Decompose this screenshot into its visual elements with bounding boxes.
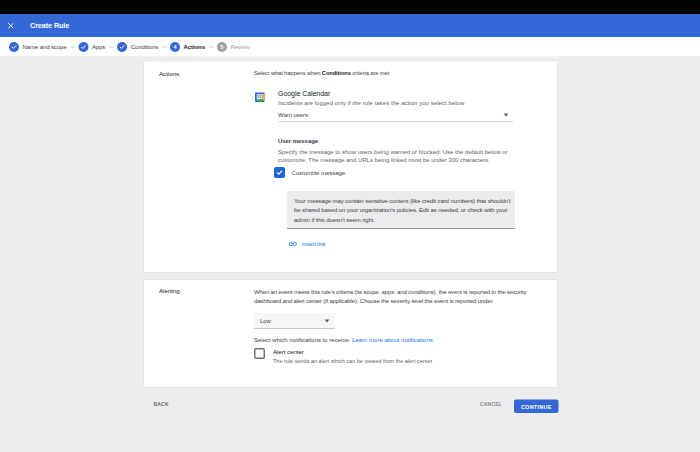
alerting-card: Alerting When an event meets this rule's…: [143, 279, 558, 388]
step-name-and-scope[interactable]: Name and scope: [9, 42, 66, 52]
alerting-description: When an event meets this rule's criteria…: [254, 288, 526, 306]
description-line: When an event meets this rule's criteria…: [254, 288, 526, 297]
severity-select[interactable]: Low: [254, 313, 335, 329]
step-label: Apps: [92, 43, 105, 50]
actions-card: Actions Select what happens when Conditi…: [143, 60, 558, 273]
cancel-button[interactable]: CANCEL: [480, 401, 502, 407]
step-label: Actions: [184, 43, 205, 50]
stage: Create Rule Name and scope Apps Conditio…: [0, 0, 700, 452]
alert-center-description: The rule sends an alert which can be vie…: [273, 358, 432, 364]
step-connector: [109, 46, 114, 47]
notifications-text: Select which notifications to receive.: [254, 336, 352, 343]
chevron-down-icon: [325, 320, 330, 323]
textarea-line: Your message may contain sensitive conte…: [294, 196, 508, 206]
severity-select-value: Low: [254, 313, 335, 328]
heading-bold-text: Conditions: [322, 70, 351, 76]
step-review[interactable]: 5 Review: [217, 42, 250, 52]
user-message-title: User message: [278, 137, 318, 144]
customize-message-label: Customize message: [292, 169, 346, 176]
window-top-strip: [0, 0, 700, 14]
app-description: Incidents are logged only if the rule ta…: [278, 99, 464, 106]
step-label: Review: [230, 43, 249, 50]
create-rule-dialog: Create Rule Name and scope Apps Conditio…: [0, 0, 700, 452]
chevron-down-icon: [504, 114, 509, 117]
step-check-icon: [78, 42, 88, 52]
continue-button[interactable]: CONTINUE: [514, 400, 559, 414]
description-line: Specify the message to show users being …: [278, 148, 507, 157]
customize-message-row: Customize message: [274, 167, 345, 178]
notifications-line: Select which notifications to receive. L…: [254, 336, 433, 343]
step-number-icon: 5: [217, 42, 227, 52]
step-number: 5: [220, 44, 223, 50]
step-connector: [70, 46, 75, 47]
step-label: Conditions: [131, 43, 158, 50]
action-select[interactable]: Warn users: [278, 109, 513, 122]
insert-link-button[interactable]: Insert link: [288, 239, 326, 249]
description-line: customize. The message and URLs being li…: [278, 156, 507, 165]
textarea-line: admin if this doesn't seem right.: [294, 215, 508, 225]
heading-text: criteria are met: [351, 70, 389, 76]
action-select-value: Warn users: [278, 111, 308, 118]
step-number: 4: [174, 44, 177, 50]
description-line: dashboard and alert center (if applicabl…: [254, 297, 526, 306]
step-apps[interactable]: Apps: [78, 42, 105, 52]
step-check-icon: [9, 42, 19, 52]
alert-center-row: Alert center The rule sends an alert whi…: [254, 348, 432, 364]
insert-link-label: Insert link: [302, 241, 326, 247]
actions-heading: Select what happens when Conditions crit…: [254, 70, 389, 76]
learn-more-link[interactable]: Learn more about notifications: [352, 336, 433, 343]
back-button[interactable]: BACK: [154, 401, 169, 407]
svg-text:31: 31: [257, 94, 262, 99]
step-label: Name and scope: [23, 43, 67, 50]
step-conditions[interactable]: Conditions: [117, 42, 158, 52]
close-icon[interactable]: [8, 14, 14, 37]
step-connector: [209, 46, 214, 47]
step-check-icon: [117, 42, 127, 52]
google-calendar-icon: 31: [255, 92, 266, 103]
user-message-textarea[interactable]: Your message may contain sensitive conte…: [287, 191, 515, 229]
alert-center-label: Alert center: [273, 348, 432, 355]
actions-card-side-label: Actions: [159, 70, 179, 77]
step-connector: [162, 46, 167, 47]
textarea-line: be shared based on your organization's p…: [294, 206, 508, 216]
appbar: Create Rule: [0, 14, 700, 37]
heading-text: Select what happens when: [254, 70, 322, 76]
step-actions-current[interactable]: 4 Actions: [170, 42, 205, 52]
user-message-description: Specify the message to show users being …: [278, 148, 507, 165]
customize-message-checkbox[interactable]: [274, 167, 285, 178]
alert-center-checkbox[interactable]: [254, 348, 265, 359]
insert-link-icon: [288, 239, 298, 249]
alerting-card-side-label: Alerting: [159, 288, 180, 295]
step-number-icon: 4: [170, 42, 180, 52]
page-title: Create Rule: [30, 14, 69, 37]
stepper: Name and scope Apps Conditions 4 Actions: [0, 37, 700, 58]
app-name: Google Calendar: [278, 89, 330, 97]
